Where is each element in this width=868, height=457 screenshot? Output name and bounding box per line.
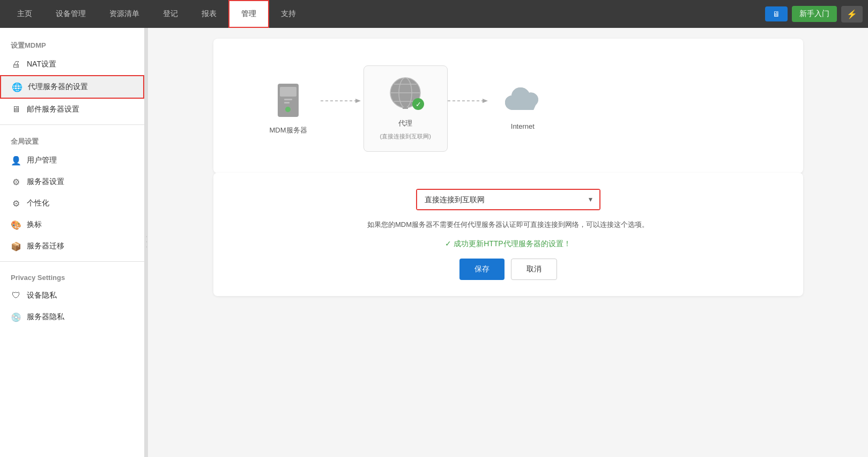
cloud-icon — [501, 87, 544, 117]
svg-point-2 — [285, 107, 291, 112]
main-layout: 设置MDMP 🖨 NAT设置 🌐 代理服务器的设置 🖥 邮件服务器设置 全局设置… — [0, 28, 868, 457]
nav-report[interactable]: 报表 — [190, 0, 228, 28]
nav-device-mgmt[interactable]: 设备管理 — [44, 0, 98, 28]
top-nav: 主页 设备管理 资源清单 登记 报表 管理 支持 🖥 新手入门 ⚡ — [0, 0, 868, 28]
proxy-node-box: ✓ 代理 (直接连接到互联网) — [363, 65, 448, 152]
settings-card: 直接连接到互联网 使用代理服务器 ▼ 如果您的MDM服务器不需要任何代理服务器认… — [213, 173, 803, 296]
action-buttons: 保存 取消 — [459, 259, 557, 280]
sidebar-item-personalization[interactable]: ⚙ 个性化 — [0, 193, 144, 214]
sidebar-item-nat-label: NAT设置 — [27, 60, 56, 69]
internet-label: Internet — [511, 122, 535, 130]
user-icon: 👤 — [11, 155, 21, 166]
sidebar-item-server-label: 服务器设置 — [27, 177, 64, 187]
guide-button[interactable]: 新手入门 — [792, 6, 837, 22]
sidebar-item-migration[interactable]: 📦 服务器迁移 — [0, 235, 144, 257]
migration-icon: 📦 — [11, 241, 21, 252]
nav-items: 主页 设备管理 资源清单 登记 报表 管理 支持 — [5, 0, 765, 28]
globe-wrapper: ✓ — [387, 77, 424, 114]
svg-rect-4 — [284, 102, 290, 104]
sidebar-item-personal-label: 个性化 — [27, 198, 49, 208]
proxy-sublabel: (直接连接到互联网) — [380, 132, 431, 141]
svg-rect-3 — [284, 99, 292, 100]
nav-register[interactable]: 登记 — [151, 0, 190, 28]
sidebar-item-nat[interactable]: 🖨 NAT设置 — [0, 54, 144, 75]
sidebar-item-server-settings[interactable]: ⚙ 服务器设置 — [0, 171, 144, 193]
sidebar-item-user-label: 用户管理 — [27, 156, 57, 165]
connection-type-dropdown-wrapper: 直接连接到互联网 使用代理服务器 ▼ — [416, 189, 600, 210]
monitor-icon: 🖥 — [773, 10, 780, 18]
mdm-server-node: MDM服务器 — [256, 83, 321, 135]
sidebar-item-server-privacy[interactable]: 💿 服务器隐私 — [0, 306, 144, 328]
sidebar-section-mdmp: 设置MDMP — [0, 33, 144, 54]
sidebar-item-rebrand[interactable]: 🎨 换标 — [0, 214, 144, 235]
server-icon — [273, 83, 303, 120]
device-privacy-icon: 🛡 — [11, 290, 21, 301]
rebrand-icon: 🎨 — [11, 219, 21, 230]
mdm-server-label: MDM服务器 — [269, 126, 307, 135]
nav-home[interactable]: 主页 — [5, 0, 44, 28]
server-privacy-icon: 💿 — [11, 312, 21, 322]
diagram-flow: MDM服务器 — [235, 55, 782, 157]
settings-description: 如果您的MDM服务器不需要任何代理服务器认证即可直接连接到网络，可以连接这个选项… — [367, 220, 649, 230]
mail-icon: 🖥 — [11, 104, 21, 115]
sidebar-section-global: 全局设置 — [0, 129, 144, 150]
sidebar-section-privacy: Privacy Settings — [0, 266, 144, 285]
sidebar-item-device-privacy[interactable]: 🛡 设备隐私 — [0, 285, 144, 306]
server-settings-icon: ⚙ — [11, 176, 21, 187]
sidebar-item-user-mgmt[interactable]: 👤 用户管理 — [0, 150, 144, 171]
nav-right-actions: 🖥 新手入门 ⚡ — [765, 6, 863, 23]
cancel-button[interactable]: 取消 — [511, 259, 557, 280]
arrow-1 — [321, 95, 363, 122]
content-area: MDM服务器 — [148, 28, 868, 457]
sidebar-item-mail-label: 邮件服务器设置 — [27, 105, 79, 114]
sidebar-item-rebrand-label: 换标 — [27, 220, 42, 230]
sidebar-item-proxy-label: 代理服务器的设置 — [28, 82, 88, 92]
svg-marker-6 — [355, 99, 361, 103]
connection-type-dropdown[interactable]: 直接连接到互联网 使用代理服务器 — [417, 190, 599, 209]
save-button[interactable]: 保存 — [459, 259, 505, 280]
nav-inventory[interactable]: 资源清单 — [98, 0, 151, 28]
sidebar-item-migration-label: 服务器迁移 — [27, 241, 64, 251]
svg-marker-16 — [483, 99, 488, 103]
success-message: ✓ 成功更新HTTP代理服务器的设置！ — [445, 239, 570, 249]
nav-support[interactable]: 支持 — [269, 0, 308, 28]
sidebar-divider-2 — [0, 261, 144, 262]
diagram-card: MDM服务器 — [213, 39, 803, 173]
svg-rect-1 — [280, 87, 296, 97]
nat-icon: 🖨 — [11, 59, 21, 70]
sidebar-item-mail[interactable]: 🖥 邮件服务器设置 — [0, 99, 144, 120]
sidebar-item-proxy[interactable]: 🌐 代理服务器的设置 — [0, 75, 144, 99]
internet-node: Internet — [491, 87, 555, 130]
sidebar-divider-1 — [0, 124, 144, 125]
proxy-icon: 🌐 — [12, 82, 23, 92]
globe-check-icon: ✓ — [412, 98, 424, 110]
flash-button[interactable]: ⚡ — [841, 6, 863, 23]
nav-manage[interactable]: 管理 — [228, 0, 269, 28]
arrow-2 — [448, 95, 491, 122]
proxy-label: 代理 — [398, 119, 412, 128]
sidebar-item-server-privacy-label: 服务器隐私 — [27, 312, 64, 322]
svg-rect-13 — [403, 107, 408, 109]
sidebar-item-device-privacy-label: 设备隐私 — [27, 291, 57, 300]
sidebar: 设置MDMP 🖨 NAT设置 🌐 代理服务器的设置 🖥 邮件服务器设置 全局设置… — [0, 28, 145, 457]
personalization-icon: ⚙ — [11, 198, 21, 209]
monitor-button[interactable]: 🖥 — [765, 6, 788, 21]
